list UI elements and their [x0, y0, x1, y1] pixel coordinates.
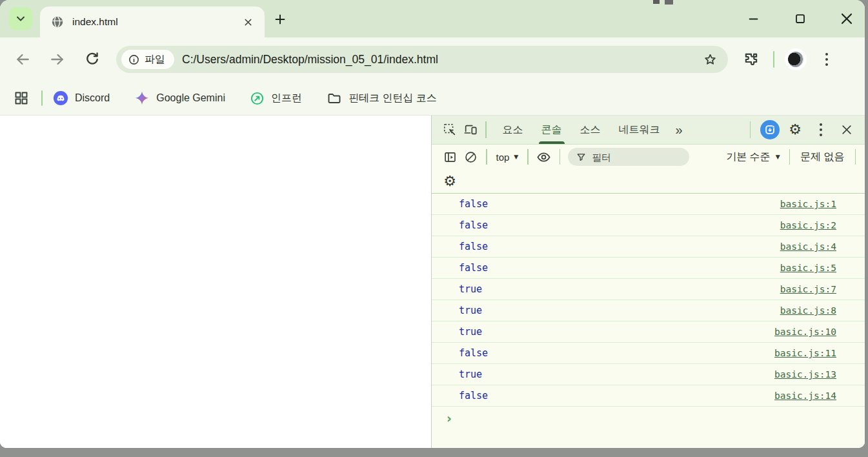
bookmark-label: Discord	[75, 92, 110, 104]
more-tabs-button[interactable]: »	[669, 116, 689, 144]
close-icon	[840, 123, 853, 136]
url-text[interactable]: C:/Users/admin/Desktop/mission_05_01/ind…	[182, 53, 703, 66]
console-source-link[interactable]: basic.js:13	[774, 369, 836, 380]
console-source-link[interactable]: basic.js:8	[780, 305, 836, 316]
console-source-link[interactable]: basic.js:4	[780, 241, 836, 252]
back-arrow-icon	[14, 51, 31, 68]
tab-elements[interactable]: 요소	[494, 116, 532, 144]
discord-icon	[53, 90, 68, 106]
bookmark-label: 핀테크 인턴십 코스	[348, 92, 437, 105]
more-tabs-icon: »	[676, 123, 683, 137]
tab-close-button[interactable]	[239, 13, 257, 31]
console-source-link[interactable]: basic.js:10	[774, 327, 836, 337]
toolbar-divider	[560, 149, 561, 165]
tab-search-button[interactable]	[9, 7, 32, 30]
gear-icon: ⚙	[443, 174, 456, 188]
bookmark-google-gemini[interactable]: Google Gemini	[134, 90, 225, 106]
console-input-row[interactable]: ›	[432, 407, 865, 430]
window-controls	[745, 0, 856, 37]
reload-button[interactable]	[83, 50, 102, 69]
devtools-settings-button[interactable]: ⚙	[785, 119, 805, 140]
maximize-button[interactable]	[791, 10, 809, 28]
browser-menu-button[interactable]	[817, 50, 836, 69]
console-settings-row: ⚙	[432, 169, 865, 194]
close-window-button[interactable]	[838, 10, 856, 28]
minimize-button[interactable]	[745, 10, 763, 28]
console-log-value: true	[459, 326, 482, 338]
devtools-tabbar-right: ⚙	[745, 119, 858, 140]
console-source-link[interactable]: basic.js:1	[780, 199, 836, 209]
console-log-row: false basic.js:5	[432, 258, 865, 279]
console-log-row: true basic.js:13	[432, 364, 865, 385]
console-log-row: false basic.js:4	[432, 236, 865, 258]
avatar	[788, 52, 803, 67]
devtools-panel: 요소 콘솔 소스 네트워크 »	[431, 116, 865, 448]
plus-icon	[273, 12, 287, 26]
forward-button[interactable]	[48, 50, 67, 69]
close-icon	[839, 11, 854, 26]
live-expression-button[interactable]	[534, 147, 554, 167]
console-log-value: false	[459, 262, 488, 274]
bookmark-inflearn[interactable]: 인프런	[250, 91, 302, 106]
console-filter-field[interactable]	[568, 148, 689, 166]
devtools-menu-button[interactable]	[811, 119, 831, 140]
filter-input[interactable]	[592, 152, 669, 163]
inflearn-icon	[250, 91, 265, 106]
devtools-divider	[750, 121, 751, 138]
apps-grid-button[interactable]	[12, 88, 31, 108]
inspect-cursor-icon	[443, 123, 457, 137]
bookmark-star-icon[interactable]	[703, 52, 718, 67]
console-log-row: false basic.js:14	[432, 385, 865, 407]
device-toolbar-button[interactable]	[460, 119, 481, 140]
ai-assistance-button[interactable]	[760, 120, 780, 139]
bookmark-folder-fintech[interactable]: 핀테크 인턴십 코스	[327, 90, 437, 106]
console-source-link[interactable]: basic.js:2	[780, 220, 836, 230]
devtools-tabbar: 요소 콘솔 소스 네트워크 »	[432, 116, 865, 145]
bookmark-discord[interactable]: Discord	[53, 90, 110, 106]
extensions-button[interactable]	[741, 49, 762, 70]
kebab-menu-icon	[820, 123, 822, 136]
console-log-value: false	[459, 219, 488, 231]
forward-arrow-icon	[49, 51, 66, 68]
caret-down-icon: ▼	[514, 154, 518, 160]
console-source-link[interactable]: basic.js:7	[780, 284, 836, 294]
tab-strip: index.html	[0, 0, 865, 37]
browser-tab[interactable]: index.html	[40, 6, 265, 37]
gear-icon: ⚙	[789, 123, 802, 137]
context-label: top	[496, 152, 510, 163]
devtools-close-button[interactable]	[836, 119, 857, 140]
url-scheme-chip[interactable]: 파일	[121, 50, 174, 69]
console-toolbar-right: 기본 수준 ▼ 문제 없음	[722, 149, 857, 165]
block-icon	[464, 150, 478, 164]
tab-sources[interactable]: 소스	[571, 116, 610, 144]
log-levels-dropdown[interactable]: 기본 수준 ▼	[722, 150, 783, 164]
console-message-list: false basic.js:1 false basic.js:2 false …	[432, 194, 865, 407]
inspect-element-button[interactable]	[439, 119, 460, 140]
info-icon	[128, 54, 140, 66]
tab-network[interactable]: 네트워크	[610, 116, 669, 144]
file-chip-label: 파일	[145, 53, 165, 66]
profile-avatar[interactable]	[785, 48, 807, 70]
console-log-row: true basic.js:8	[432, 300, 865, 321]
javascript-context-dropdown[interactable]: top ▼	[492, 152, 523, 163]
console-log-row: false basic.js:1	[432, 194, 865, 215]
back-button[interactable]	[13, 50, 32, 69]
clear-console-button[interactable]	[460, 147, 481, 167]
bookmarks-bar: Discord Google Gemini 인프런 핀테크 인턴십 코스	[0, 81, 865, 115]
caret-down-icon: ▼	[776, 154, 780, 160]
address-bar[interactable]: 파일 C:/Users/admin/Desktop/mission_05_01/…	[116, 46, 728, 73]
issues-counter[interactable]: 문제 없음	[795, 150, 849, 164]
console-source-link[interactable]: basic.js:5	[780, 263, 836, 273]
tab-console[interactable]: 콘솔	[532, 116, 571, 144]
reload-icon	[84, 51, 101, 68]
new-tab-button[interactable]	[271, 10, 289, 28]
console-source-link[interactable]: basic.js:11	[774, 348, 836, 358]
console-source-link[interactable]: basic.js:14	[774, 391, 836, 401]
toolbar-divider	[486, 149, 487, 165]
bookmarks-divider	[41, 90, 43, 106]
console-sidebar-toggle-button[interactable]	[439, 147, 460, 167]
eye-icon	[536, 150, 551, 165]
toolbar-divider	[773, 51, 774, 68]
console-log-value: false	[459, 241, 488, 252]
console-settings-button[interactable]: ⚙	[439, 171, 460, 192]
